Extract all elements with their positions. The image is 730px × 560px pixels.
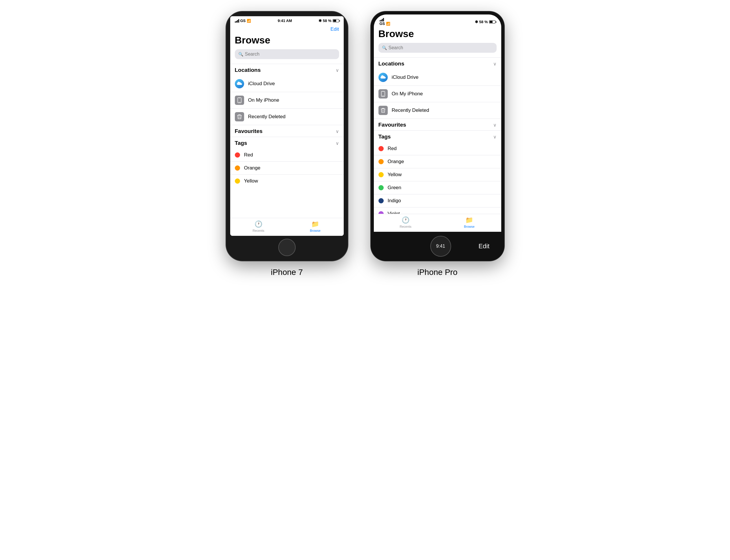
favourites-section-header[interactable]: Favourites ∨ bbox=[230, 125, 344, 137]
svg-rect-1 bbox=[239, 102, 240, 102]
home-button[interactable] bbox=[278, 239, 296, 256]
pro-trash-icon bbox=[378, 106, 388, 115]
pro-screen-content[interactable]: Browse 🔍 Locations ∨ bbox=[374, 27, 501, 214]
pro-bluetooth-icon: ✱ bbox=[475, 20, 478, 24]
search-input[interactable] bbox=[245, 52, 336, 57]
pro-battery-icon bbox=[489, 20, 495, 23]
pro-on-my-iphone-label: On My iPhone bbox=[392, 91, 423, 97]
tab-recents[interactable]: 🕐 Recents bbox=[230, 220, 287, 232]
pro-tag-orange-item[interactable]: Orange bbox=[374, 155, 501, 168]
pro-tags-section-header[interactable]: Tags ∨ bbox=[374, 130, 501, 142]
pro-tag-indigo-label: Indigo bbox=[388, 198, 401, 204]
iphone-pro-label: iPhone Pro bbox=[417, 268, 457, 277]
pro-tags-list: Red Orange Yellow Green bbox=[374, 142, 501, 214]
iphone-pro-device: GS 📶 ✱ 58 % Browse 🔍 bbox=[371, 12, 504, 261]
pro-tag-red-item[interactable]: Red bbox=[374, 142, 501, 155]
browse-title: Browse bbox=[230, 33, 344, 49]
tag-red-label: Red bbox=[244, 152, 253, 158]
pro-search-input[interactable] bbox=[388, 45, 493, 50]
pro-battery-percent: 58 % bbox=[479, 20, 488, 24]
pro-wifi-icon: 📶 bbox=[386, 22, 390, 26]
pro-favourites-chevron-icon: ∨ bbox=[493, 122, 497, 128]
pro-tag-yellow-label: Yellow bbox=[388, 172, 402, 178]
tags-chevron-icon: ∨ bbox=[336, 141, 339, 146]
pro-favourites-section-header[interactable]: Favourites ∨ bbox=[374, 118, 501, 130]
pro-violet-dot-icon bbox=[378, 211, 384, 214]
tags-section-header[interactable]: Tags ∨ bbox=[230, 137, 344, 149]
pro-locations-list: iCloud Drive On My iPhone bbox=[374, 69, 501, 118]
icloud-drive-item[interactable]: iCloud Drive bbox=[230, 76, 344, 92]
tag-red-item[interactable]: Red bbox=[230, 149, 344, 161]
recents-label: Recents bbox=[253, 229, 264, 232]
edit-button[interactable]: Edit bbox=[331, 26, 339, 32]
iphone-pro-screen: GS 📶 ✱ 58 % Browse 🔍 bbox=[374, 14, 501, 232]
pro-recently-deleted-label: Recently Deleted bbox=[392, 107, 429, 113]
tab-bar: 🕐 Recents 📁 Browse bbox=[230, 218, 344, 236]
pro-browse-icon: 📁 bbox=[465, 216, 473, 224]
tab-browse[interactable]: 📁 Browse bbox=[287, 220, 344, 232]
pro-icloud-drive-item[interactable]: iCloud Drive bbox=[374, 69, 501, 85]
tag-orange-item[interactable]: Orange bbox=[230, 161, 344, 174]
iphone7-device: GS 📶 9:41 AM ✱ 58 % Edit Browse bbox=[226, 12, 348, 261]
pro-signal-bars-icon bbox=[379, 18, 390, 21]
locations-title: Locations bbox=[235, 67, 261, 73]
pro-browse-title: Browse bbox=[374, 27, 501, 43]
pro-recently-deleted-item[interactable]: Recently Deleted bbox=[374, 102, 501, 118]
pro-tab-recents[interactable]: 🕐 Recents bbox=[374, 216, 437, 228]
time-label: 9:41 AM bbox=[278, 19, 292, 23]
recents-icon: 🕐 bbox=[255, 220, 262, 228]
pro-tag-violet-item[interactable]: Violet bbox=[374, 207, 501, 214]
iphone7-screen: GS 📶 9:41 AM ✱ 58 % Edit Browse bbox=[230, 16, 344, 236]
search-bar[interactable]: 🔍 bbox=[235, 49, 339, 59]
orange-dot-icon bbox=[235, 165, 240, 171]
tag-yellow-item[interactable]: Yellow bbox=[230, 174, 344, 187]
pro-tab-browse[interactable]: 📁 Browse bbox=[437, 216, 501, 228]
on-my-iphone-icon bbox=[235, 96, 244, 105]
pro-on-my-iphone-item[interactable]: On My iPhone bbox=[374, 85, 501, 102]
pro-browse-label: Browse bbox=[464, 225, 474, 228]
status-right: ✱ 58 % bbox=[319, 19, 339, 23]
tag-orange-label: Orange bbox=[244, 165, 261, 171]
locations-chevron-icon: ∨ bbox=[336, 68, 339, 73]
pro-edit-button[interactable]: Edit bbox=[479, 242, 490, 250]
recently-deleted-item[interactable]: Recently Deleted bbox=[230, 108, 344, 125]
pro-locations-section-header[interactable]: Locations ∨ bbox=[374, 57, 501, 69]
recently-deleted-label: Recently Deleted bbox=[248, 114, 286, 120]
pro-tag-green-label: Green bbox=[388, 185, 401, 191]
icloud-icon bbox=[235, 79, 244, 88]
status-bar: GS 📶 9:41 AM ✱ 58 % bbox=[230, 16, 344, 24]
yellow-dot-icon bbox=[235, 178, 240, 184]
header-area: Edit bbox=[230, 24, 344, 33]
on-my-iphone-label: On My iPhone bbox=[248, 97, 280, 103]
on-my-iphone-item[interactable]: On My iPhone bbox=[230, 92, 344, 108]
pro-status-right: ✱ 58 % bbox=[475, 20, 495, 24]
pro-search-bar[interactable]: 🔍 bbox=[378, 43, 497, 53]
pro-green-dot-icon bbox=[378, 185, 384, 190]
pro-search-icon: 🔍 bbox=[382, 45, 387, 50]
iphone7-label: iPhone 7 bbox=[271, 268, 303, 277]
pro-recents-icon: 🕐 bbox=[401, 216, 409, 224]
screen-content[interactable]: Edit Browse 🔍 Locations ∨ bbox=[230, 24, 344, 218]
pro-carrier-label: GS bbox=[379, 21, 385, 26]
pro-bottom-bar: 9:41 Edit bbox=[371, 232, 504, 261]
tags-title: Tags bbox=[235, 140, 247, 146]
pro-time-display: 9:41 bbox=[430, 236, 451, 257]
signal-area: GS 📶 bbox=[235, 19, 251, 23]
pro-tag-green-item[interactable]: Green bbox=[374, 181, 501, 194]
pro-tab-bar: 🕐 Recents 📁 Browse bbox=[374, 214, 501, 232]
locations-section-header[interactable]: Locations ∨ bbox=[230, 64, 344, 76]
pro-favourites-title: Favourites bbox=[378, 122, 406, 128]
bluetooth-icon: ✱ bbox=[319, 19, 322, 23]
pro-icloud-drive-label: iCloud Drive bbox=[392, 74, 419, 80]
browse-icon: 📁 bbox=[311, 220, 319, 228]
pro-yellow-dot-icon bbox=[378, 172, 384, 177]
pro-locations-chevron-icon: ∨ bbox=[493, 61, 497, 67]
browse-label: Browse bbox=[310, 229, 321, 232]
pro-icloud-icon bbox=[378, 73, 388, 82]
pro-on-my-iphone-icon bbox=[378, 89, 388, 98]
pro-tag-yellow-item[interactable]: Yellow bbox=[374, 168, 501, 181]
pro-tag-indigo-item[interactable]: Indigo bbox=[374, 194, 501, 207]
pro-status-bar: GS 📶 ✱ 58 % bbox=[374, 14, 501, 27]
battery-percent: 58 % bbox=[323, 19, 332, 23]
trash-icon bbox=[235, 112, 244, 121]
